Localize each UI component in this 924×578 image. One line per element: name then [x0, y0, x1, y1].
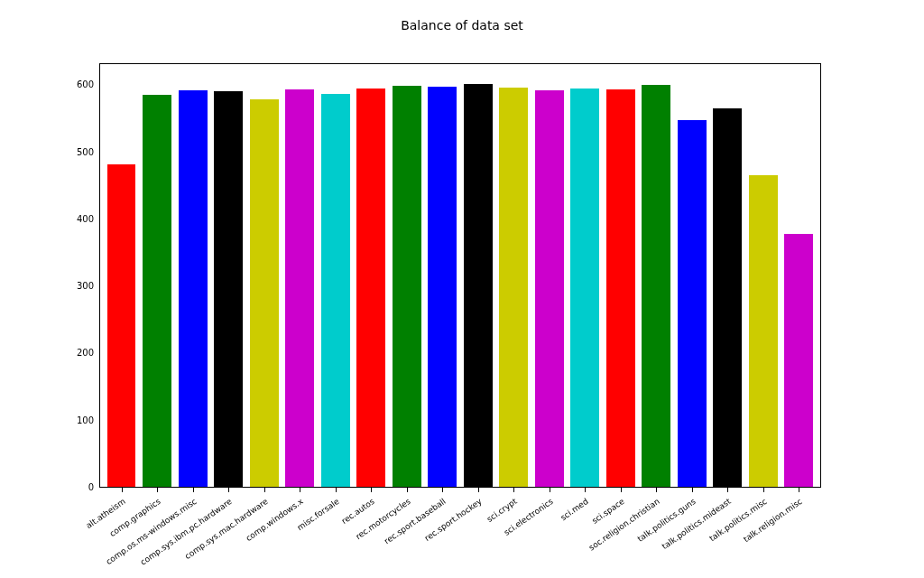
- x-axis-ticks: alt.atheismcomp.graphicscomp.os.ms-windo…: [99, 488, 821, 578]
- bar: [678, 120, 707, 487]
- y-tick-label: 500: [77, 146, 94, 156]
- bar: [642, 85, 670, 487]
- bar: [464, 84, 493, 487]
- bar: [784, 234, 813, 487]
- x-tick-mark: [621, 488, 622, 492]
- x-tick-mark: [193, 488, 194, 492]
- x-tick-mark: [300, 488, 300, 492]
- plot-axes: [99, 63, 821, 488]
- y-tick-label: 600: [77, 79, 94, 89]
- bar: [356, 89, 385, 487]
- x-tick-mark: [228, 488, 229, 492]
- x-tick-mark: [513, 488, 514, 492]
- x-tick-mark: [799, 488, 799, 492]
- bar: [749, 175, 778, 487]
- x-tick-label: talk.politics.mideast: [661, 497, 733, 551]
- x-tick-mark: [585, 488, 586, 492]
- figure: Balance of data set 0100200300400500600 …: [0, 0, 924, 578]
- x-tick-mark: [371, 488, 372, 492]
- x-tick-mark: [727, 488, 728, 492]
- bar: [606, 89, 635, 488]
- x-tick-mark: [478, 488, 479, 492]
- x-tick-mark: [336, 488, 337, 492]
- x-tick-mark: [692, 488, 693, 492]
- bar: [179, 90, 208, 487]
- y-tick-label: 0: [88, 482, 94, 492]
- bar: [535, 90, 564, 487]
- y-axis-ticks: 0100200300400500600: [0, 63, 97, 488]
- y-tick-label: 100: [77, 415, 94, 424]
- bar: [428, 87, 457, 487]
- x-tick-mark: [656, 488, 657, 492]
- x-tick-mark: [407, 488, 408, 492]
- y-tick-label: 300: [77, 281, 94, 291]
- bar: [143, 95, 171, 487]
- x-tick-mark: [122, 488, 123, 492]
- x-tick-label: sci.crypt: [485, 497, 519, 524]
- x-tick-label: rec.sport.baseball: [383, 497, 448, 545]
- x-tick-mark: [264, 488, 265, 492]
- plot-area: [100, 64, 820, 487]
- bar: [285, 89, 314, 488]
- bar: [570, 89, 599, 487]
- bar: [214, 91, 243, 487]
- x-tick-mark: [550, 488, 550, 492]
- chart-title: Balance of data set: [0, 18, 924, 33]
- y-tick-label: 400: [77, 213, 94, 223]
- bar: [250, 99, 279, 487]
- y-tick-label: 200: [77, 348, 94, 358]
- bar: [321, 94, 350, 487]
- bar: [107, 164, 136, 487]
- x-tick-mark: [157, 488, 158, 492]
- bar: [713, 108, 742, 487]
- x-tick-mark: [442, 488, 443, 492]
- bar: [393, 86, 421, 487]
- x-tick-mark: [763, 488, 764, 492]
- x-tick-label: sci.med: [559, 497, 590, 522]
- bar: [499, 88, 528, 487]
